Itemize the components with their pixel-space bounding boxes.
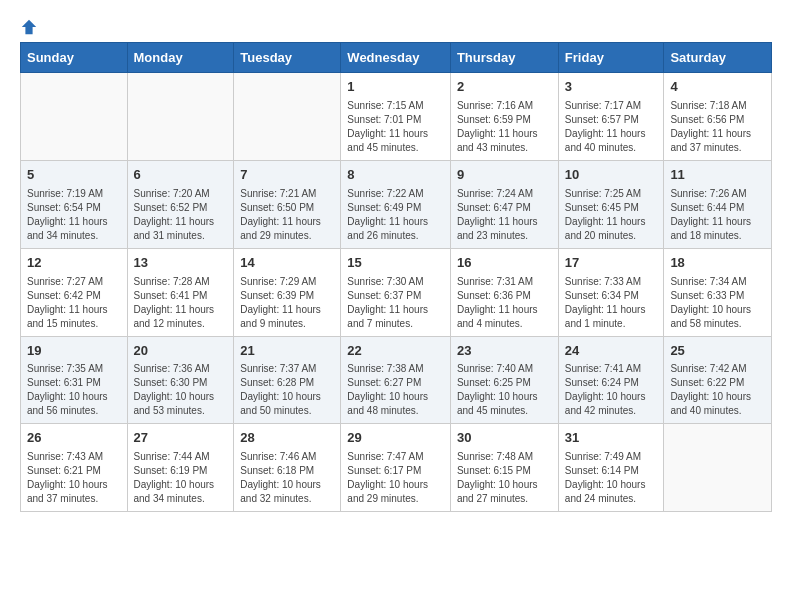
day-number: 27 <box>134 429 228 448</box>
day-info: Sunrise: 7:40 AMSunset: 6:25 PMDaylight:… <box>457 362 552 418</box>
day-number: 13 <box>134 254 228 273</box>
day-number: 23 <box>457 342 552 361</box>
day-info: Sunrise: 7:21 AMSunset: 6:50 PMDaylight:… <box>240 187 334 243</box>
day-info: Sunrise: 7:49 AMSunset: 6:14 PMDaylight:… <box>565 450 658 506</box>
svg-marker-0 <box>22 20 36 34</box>
day-info: Sunrise: 7:35 AMSunset: 6:31 PMDaylight:… <box>27 362 121 418</box>
calendar-cell: 6Sunrise: 7:20 AMSunset: 6:52 PMDaylight… <box>127 160 234 248</box>
calendar-cell: 24Sunrise: 7:41 AMSunset: 6:24 PMDayligh… <box>558 336 664 424</box>
calendar-cell: 4Sunrise: 7:18 AMSunset: 6:56 PMDaylight… <box>664 73 772 161</box>
calendar-cell: 18Sunrise: 7:34 AMSunset: 6:33 PMDayligh… <box>664 248 772 336</box>
calendar-cell: 14Sunrise: 7:29 AMSunset: 6:39 PMDayligh… <box>234 248 341 336</box>
day-info: Sunrise: 7:48 AMSunset: 6:15 PMDaylight:… <box>457 450 552 506</box>
calendar-week-row: 1Sunrise: 7:15 AMSunset: 7:01 PMDaylight… <box>21 73 772 161</box>
logo <box>20 18 42 36</box>
day-info: Sunrise: 7:17 AMSunset: 6:57 PMDaylight:… <box>565 99 658 155</box>
calendar-cell: 13Sunrise: 7:28 AMSunset: 6:41 PMDayligh… <box>127 248 234 336</box>
calendar-cell: 3Sunrise: 7:17 AMSunset: 6:57 PMDaylight… <box>558 73 664 161</box>
calendar-cell <box>21 73 128 161</box>
day-info: Sunrise: 7:33 AMSunset: 6:34 PMDaylight:… <box>565 275 658 331</box>
calendar-week-row: 12Sunrise: 7:27 AMSunset: 6:42 PMDayligh… <box>21 248 772 336</box>
calendar-cell: 21Sunrise: 7:37 AMSunset: 6:28 PMDayligh… <box>234 336 341 424</box>
calendar-cell: 15Sunrise: 7:30 AMSunset: 6:37 PMDayligh… <box>341 248 451 336</box>
day-number: 3 <box>565 78 658 97</box>
day-number: 4 <box>670 78 765 97</box>
day-number: 15 <box>347 254 444 273</box>
calendar-cell: 20Sunrise: 7:36 AMSunset: 6:30 PMDayligh… <box>127 336 234 424</box>
day-info: Sunrise: 7:43 AMSunset: 6:21 PMDaylight:… <box>27 450 121 506</box>
day-info: Sunrise: 7:47 AMSunset: 6:17 PMDaylight:… <box>347 450 444 506</box>
day-info: Sunrise: 7:30 AMSunset: 6:37 PMDaylight:… <box>347 275 444 331</box>
calendar-cell <box>664 424 772 512</box>
day-number: 24 <box>565 342 658 361</box>
day-info: Sunrise: 7:24 AMSunset: 6:47 PMDaylight:… <box>457 187 552 243</box>
day-number: 21 <box>240 342 334 361</box>
day-info: Sunrise: 7:31 AMSunset: 6:36 PMDaylight:… <box>457 275 552 331</box>
day-number: 11 <box>670 166 765 185</box>
calendar-cell: 11Sunrise: 7:26 AMSunset: 6:44 PMDayligh… <box>664 160 772 248</box>
day-number: 2 <box>457 78 552 97</box>
day-number: 30 <box>457 429 552 448</box>
calendar-cell: 9Sunrise: 7:24 AMSunset: 6:47 PMDaylight… <box>450 160 558 248</box>
calendar-cell: 8Sunrise: 7:22 AMSunset: 6:49 PMDaylight… <box>341 160 451 248</box>
day-number: 14 <box>240 254 334 273</box>
day-number: 19 <box>27 342 121 361</box>
day-info: Sunrise: 7:16 AMSunset: 6:59 PMDaylight:… <box>457 99 552 155</box>
day-of-week-header: Monday <box>127 43 234 73</box>
day-number: 16 <box>457 254 552 273</box>
calendar-cell <box>234 73 341 161</box>
calendar-cell: 31Sunrise: 7:49 AMSunset: 6:14 PMDayligh… <box>558 424 664 512</box>
calendar-cell: 23Sunrise: 7:40 AMSunset: 6:25 PMDayligh… <box>450 336 558 424</box>
logo-icon <box>20 18 38 36</box>
day-number: 7 <box>240 166 334 185</box>
day-number: 31 <box>565 429 658 448</box>
calendar-cell: 7Sunrise: 7:21 AMSunset: 6:50 PMDaylight… <box>234 160 341 248</box>
day-info: Sunrise: 7:28 AMSunset: 6:41 PMDaylight:… <box>134 275 228 331</box>
day-info: Sunrise: 7:37 AMSunset: 6:28 PMDaylight:… <box>240 362 334 418</box>
calendar-header-row: SundayMondayTuesdayWednesdayThursdayFrid… <box>21 43 772 73</box>
calendar-cell: 25Sunrise: 7:42 AMSunset: 6:22 PMDayligh… <box>664 336 772 424</box>
day-number: 25 <box>670 342 765 361</box>
calendar-week-row: 26Sunrise: 7:43 AMSunset: 6:21 PMDayligh… <box>21 424 772 512</box>
day-number: 28 <box>240 429 334 448</box>
calendar-cell: 12Sunrise: 7:27 AMSunset: 6:42 PMDayligh… <box>21 248 128 336</box>
day-of-week-header: Tuesday <box>234 43 341 73</box>
calendar-cell: 16Sunrise: 7:31 AMSunset: 6:36 PMDayligh… <box>450 248 558 336</box>
day-of-week-header: Wednesday <box>341 43 451 73</box>
day-number: 8 <box>347 166 444 185</box>
calendar-cell: 26Sunrise: 7:43 AMSunset: 6:21 PMDayligh… <box>21 424 128 512</box>
page-header <box>10 10 782 42</box>
day-of-week-header: Sunday <box>21 43 128 73</box>
day-info: Sunrise: 7:38 AMSunset: 6:27 PMDaylight:… <box>347 362 444 418</box>
day-info: Sunrise: 7:34 AMSunset: 6:33 PMDaylight:… <box>670 275 765 331</box>
day-info: Sunrise: 7:15 AMSunset: 7:01 PMDaylight:… <box>347 99 444 155</box>
calendar-cell: 30Sunrise: 7:48 AMSunset: 6:15 PMDayligh… <box>450 424 558 512</box>
calendar-cell: 17Sunrise: 7:33 AMSunset: 6:34 PMDayligh… <box>558 248 664 336</box>
day-info: Sunrise: 7:26 AMSunset: 6:44 PMDaylight:… <box>670 187 765 243</box>
day-number: 18 <box>670 254 765 273</box>
day-number: 5 <box>27 166 121 185</box>
calendar-cell: 27Sunrise: 7:44 AMSunset: 6:19 PMDayligh… <box>127 424 234 512</box>
day-info: Sunrise: 7:42 AMSunset: 6:22 PMDaylight:… <box>670 362 765 418</box>
calendar-cell: 5Sunrise: 7:19 AMSunset: 6:54 PMDaylight… <box>21 160 128 248</box>
calendar-table: SundayMondayTuesdayWednesdayThursdayFrid… <box>20 42 772 512</box>
calendar-week-row: 5Sunrise: 7:19 AMSunset: 6:54 PMDaylight… <box>21 160 772 248</box>
day-of-week-header: Friday <box>558 43 664 73</box>
calendar-cell: 2Sunrise: 7:16 AMSunset: 6:59 PMDaylight… <box>450 73 558 161</box>
day-number: 17 <box>565 254 658 273</box>
day-number: 9 <box>457 166 552 185</box>
calendar-cell: 29Sunrise: 7:47 AMSunset: 6:17 PMDayligh… <box>341 424 451 512</box>
calendar-cell: 1Sunrise: 7:15 AMSunset: 7:01 PMDaylight… <box>341 73 451 161</box>
day-number: 26 <box>27 429 121 448</box>
day-info: Sunrise: 7:29 AMSunset: 6:39 PMDaylight:… <box>240 275 334 331</box>
day-info: Sunrise: 7:36 AMSunset: 6:30 PMDaylight:… <box>134 362 228 418</box>
day-info: Sunrise: 7:25 AMSunset: 6:45 PMDaylight:… <box>565 187 658 243</box>
day-number: 6 <box>134 166 228 185</box>
day-info: Sunrise: 7:44 AMSunset: 6:19 PMDaylight:… <box>134 450 228 506</box>
day-of-week-header: Saturday <box>664 43 772 73</box>
calendar-cell: 19Sunrise: 7:35 AMSunset: 6:31 PMDayligh… <box>21 336 128 424</box>
day-info: Sunrise: 7:27 AMSunset: 6:42 PMDaylight:… <box>27 275 121 331</box>
day-info: Sunrise: 7:18 AMSunset: 6:56 PMDaylight:… <box>670 99 765 155</box>
day-number: 10 <box>565 166 658 185</box>
day-number: 1 <box>347 78 444 97</box>
